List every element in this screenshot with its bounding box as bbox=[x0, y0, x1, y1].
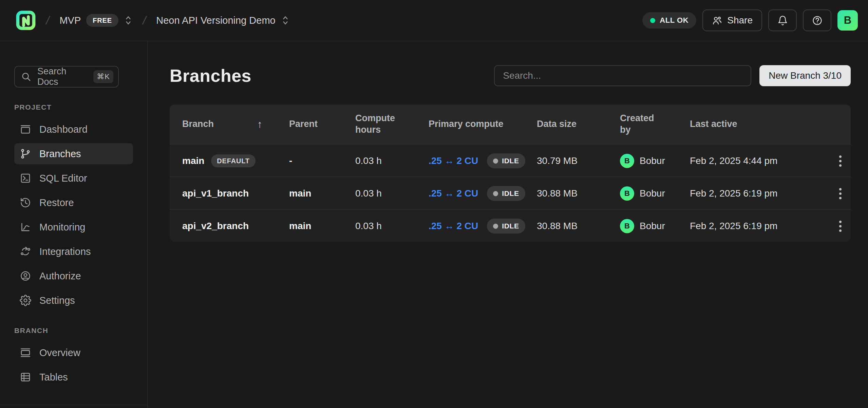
compute-range-link[interactable]: .25 ↔ 2 CU bbox=[429, 188, 478, 199]
idle-dot-icon bbox=[493, 224, 498, 229]
sidebar-nav: PROJECT Dashboard Branches SQL Editor Re… bbox=[0, 103, 147, 388]
share-label: Share bbox=[727, 15, 753, 26]
column-header[interactable]: Compute hours bbox=[355, 113, 429, 136]
compute-hours-cell: 0.03 h bbox=[355, 221, 429, 231]
sidebar-item-tables[interactable]: Tables bbox=[14, 367, 133, 388]
branch-cell: api_v1_branch bbox=[182, 188, 289, 199]
top-bar: / MVP FREE / Neon API Versioning Demo AL… bbox=[0, 0, 868, 41]
table-row[interactable]: main DEFAULT - 0.03 h .25 ↔ 2 CU IDLE 30… bbox=[170, 144, 851, 177]
last-active-cell: Feb 2, 2025 6:19 pm bbox=[690, 188, 830, 199]
table-row[interactable]: api_v2_branch main 0.03 h .25 ↔ 2 CU IDL… bbox=[170, 209, 851, 242]
search-docs-label: Search Docs bbox=[37, 66, 87, 87]
sidebar-item-authorize[interactable]: Authorize bbox=[14, 265, 133, 286]
plan-badge: FREE bbox=[86, 14, 118, 27]
breadcrumb-separator: / bbox=[45, 14, 51, 27]
status-badge[interactable]: ALL OK bbox=[642, 12, 696, 29]
sidebar-section-label: PROJECT bbox=[14, 103, 147, 111]
column-header[interactable]: Created by bbox=[620, 113, 690, 136]
integrations-icon bbox=[20, 246, 31, 257]
sidebar-item-overview[interactable]: Overview bbox=[14, 342, 133, 363]
sidebar-item-branches[interactable]: Branches bbox=[14, 143, 133, 164]
branch-name: main bbox=[182, 155, 204, 166]
question-circle-icon bbox=[812, 15, 823, 26]
sidebar-item-label: Dashboard bbox=[39, 124, 88, 135]
sidebar-item-settings[interactable]: Settings bbox=[14, 290, 133, 311]
creator-avatar: B bbox=[620, 186, 634, 201]
column-header[interactable]: Primary compute bbox=[429, 118, 537, 130]
breadcrumb-separator: / bbox=[141, 14, 148, 27]
help-button[interactable] bbox=[803, 10, 831, 31]
branch-cell: api_v2_branch bbox=[182, 221, 289, 231]
notifications-button[interactable] bbox=[768, 10, 797, 31]
user-avatar[interactable]: B bbox=[837, 10, 858, 31]
breadcrumb: / MVP FREE / Neon API Versioning Demo bbox=[16, 10, 290, 31]
sidebar-items: Dashboard Branches SQL Editor Restore Mo… bbox=[0, 119, 147, 311]
project-selector[interactable]: MVP FREE bbox=[59, 14, 132, 27]
sidebar-item-restore[interactable]: Restore bbox=[14, 192, 133, 213]
share-button[interactable]: Share bbox=[702, 10, 762, 31]
search-docs-button[interactable]: Search Docs ⌘K bbox=[14, 66, 119, 88]
users-icon bbox=[712, 15, 722, 26]
compute-hours-cell: 0.03 h bbox=[355, 155, 429, 166]
overview-icon bbox=[20, 347, 31, 358]
column-header-label: Compute hours bbox=[355, 113, 398, 136]
compute-state-label: IDLE bbox=[502, 189, 519, 198]
restore-icon bbox=[20, 197, 31, 208]
page-title: Branches bbox=[170, 66, 251, 86]
column-header[interactable]: Branch ↑ bbox=[182, 118, 289, 131]
data-size-cell: 30.88 MB bbox=[537, 188, 620, 199]
monitoring-icon bbox=[20, 221, 31, 233]
table-body: main DEFAULT - 0.03 h .25 ↔ 2 CU IDLE 30… bbox=[170, 144, 851, 242]
column-header-label: Last active bbox=[690, 118, 737, 130]
column-header-label: Data size bbox=[537, 118, 577, 130]
sidebar-item-dashboard[interactable]: Dashboard bbox=[14, 119, 133, 140]
row-menu-button[interactable] bbox=[830, 177, 851, 210]
sidebar-item-label: Overview bbox=[39, 347, 80, 358]
sidebar-item-integrations[interactable]: Integrations bbox=[14, 241, 133, 262]
branches-table: Branch ↑ Parent Compute hours Primary co… bbox=[170, 105, 851, 242]
sidebar-item-sql-editor[interactable]: SQL Editor bbox=[14, 168, 133, 189]
parent-name: main bbox=[289, 188, 311, 199]
row-menu-button[interactable] bbox=[830, 145, 851, 177]
column-header[interactable]: Parent bbox=[289, 118, 355, 130]
compute-hours-cell: 0.03 h bbox=[355, 188, 429, 199]
created-by-cell: B Bobur bbox=[620, 154, 690, 168]
compute-state-badge: IDLE bbox=[487, 219, 525, 234]
table-header-row: Branch ↑ Parent Compute hours Primary co… bbox=[170, 105, 851, 144]
status-label: ALL OK bbox=[660, 16, 688, 25]
chevron-updown-icon bbox=[281, 15, 290, 25]
row-menu-button[interactable] bbox=[830, 210, 851, 242]
column-header-label: Branch bbox=[182, 118, 214, 130]
table-row[interactable]: api_v1_branch main 0.03 h .25 ↔ 2 CU IDL… bbox=[170, 177, 851, 209]
parent-cell: - bbox=[289, 155, 355, 166]
sidebar-item-label: Branches bbox=[39, 148, 81, 160]
compute-state-label: IDLE bbox=[502, 157, 519, 165]
sidebar-item-monitoring[interactable]: Monitoring bbox=[14, 217, 133, 238]
column-header-label: Parent bbox=[289, 118, 318, 130]
primary-compute-cell: .25 ↔ 2 CU IDLE bbox=[429, 186, 537, 201]
app-window: / MVP FREE / Neon API Versioning Demo AL… bbox=[0, 0, 868, 408]
sidebar: Search Docs ⌘K PROJECT Dashboard Branche… bbox=[0, 41, 148, 408]
bell-icon bbox=[777, 15, 788, 26]
compute-range-link[interactable]: .25 ↔ 2 CU bbox=[429, 221, 478, 231]
column-header[interactable]: Last active bbox=[690, 118, 830, 130]
compute-range-link[interactable]: .25 ↔ 2 CU bbox=[429, 155, 478, 166]
column-header[interactable]: Data size bbox=[537, 118, 620, 130]
branch-name: api_v1_branch bbox=[182, 188, 249, 199]
main-content: Branches New Branch 3/10 Branch ↑ Parent… bbox=[148, 41, 868, 408]
branch-selector[interactable]: Neon API Versioning Demo bbox=[156, 15, 289, 26]
sidebar-item-label: Authorize bbox=[39, 271, 81, 282]
data-size-cell: 30.88 MB bbox=[537, 221, 620, 231]
creator-avatar: B bbox=[620, 219, 634, 233]
top-bar-actions: ALL OK Share B bbox=[642, 10, 858, 31]
neon-logo-icon[interactable] bbox=[16, 10, 36, 31]
creator-name: Bobur bbox=[640, 221, 665, 231]
new-branch-button[interactable]: New Branch 3/10 bbox=[759, 65, 851, 86]
parent-cell: main bbox=[289, 221, 355, 231]
idle-dot-icon bbox=[493, 191, 498, 196]
keyboard-shortcut-badge: ⌘K bbox=[93, 70, 113, 83]
parent-name: main bbox=[289, 221, 311, 231]
parent-name: - bbox=[289, 155, 292, 166]
branch-search-input[interactable] bbox=[494, 65, 751, 86]
data-size-cell: 30.79 MB bbox=[537, 155, 620, 166]
